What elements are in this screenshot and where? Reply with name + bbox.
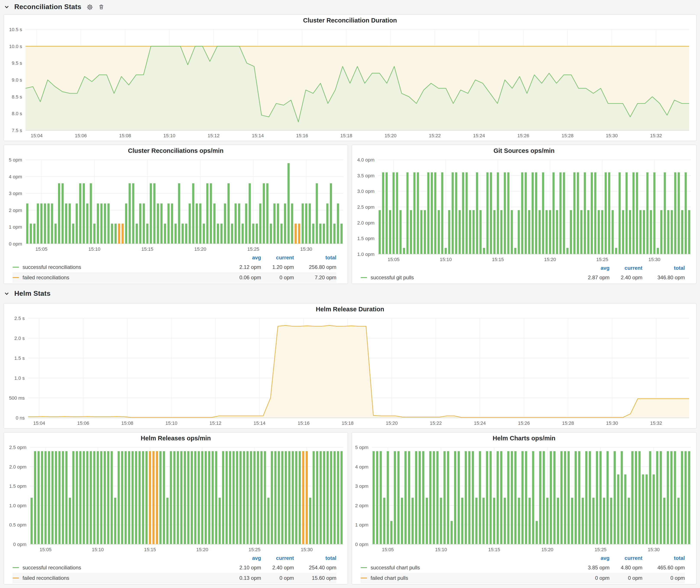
legend-series-label[interactable]: successful chart pulls <box>371 565 420 571</box>
svg-text:15:04: 15:04 <box>33 420 45 426</box>
svg-text:15:16: 15:16 <box>298 420 310 426</box>
svg-text:2 opm: 2 opm <box>9 208 22 213</box>
legend-header-total[interactable]: total <box>294 555 336 561</box>
svg-text:1.5 opm: 1.5 opm <box>357 236 375 241</box>
panel-title[interactable]: Helm Charts ops/min <box>352 433 696 444</box>
svg-text:15:28: 15:28 <box>561 133 573 138</box>
legend-series-label[interactable]: failed chart pulls <box>371 575 408 581</box>
legend-header-total[interactable]: total <box>294 255 336 261</box>
legend-avg-value: 2.87 opm <box>570 275 610 281</box>
panel-helm-charts: Helm Charts ops/min 5 opm4 opm3 opm2 opm… <box>352 432 697 585</box>
legend-header-current[interactable]: current <box>610 265 642 271</box>
chart-canvas[interactable]: 10.5 s10.0 s9.5 s9.0 s8.5 s8.0 s7.5 s15:… <box>4 26 696 140</box>
chart-canvas[interactable]: 2.5 s2.0 s1.5 s1.0 s500 ms0 ns15:0415:06… <box>4 315 696 427</box>
svg-text:15:10: 15:10 <box>440 257 452 262</box>
section-header-reconciliation-stats[interactable]: Reconciliation Stats <box>4 1 104 13</box>
svg-text:15:22: 15:22 <box>430 420 442 426</box>
section-title[interactable]: Helm Stats <box>14 290 50 297</box>
legend-series-label[interactable]: failed reconciliations <box>23 575 69 581</box>
svg-text:15:20: 15:20 <box>544 257 556 262</box>
svg-text:0 opm: 0 opm <box>13 542 26 547</box>
chart-canvas[interactable]: 5 opm4 opm3 opm2 opm1 opm0 opm15:0515:10… <box>352 444 696 554</box>
svg-text:4 opm: 4 opm <box>9 174 22 179</box>
chart-canvas[interactable]: 5 opm4 opm3 opm2 opm1 opm0 opm15:0515:10… <box>4 156 348 253</box>
svg-text:15:30: 15:30 <box>606 133 618 138</box>
panel-title[interactable]: Cluster Reconciliations ops/min <box>4 145 348 156</box>
svg-text:15:20: 15:20 <box>196 547 208 552</box>
chart-helm-releases[interactable]: 2.5 opm2.0 opm1.5 opm1.0 opm0.5 opm0 opm… <box>4 444 348 554</box>
svg-text:15:14: 15:14 <box>253 420 265 426</box>
svg-text:3 opm: 3 opm <box>355 483 368 489</box>
legend-header-avg[interactable]: avg <box>570 555 610 561</box>
svg-text:15:10: 15:10 <box>165 420 177 426</box>
svg-text:2.0 opm: 2.0 opm <box>9 464 27 470</box>
svg-text:15:16: 15:16 <box>296 133 308 138</box>
legend-current-value: 0 opm <box>610 575 642 581</box>
legend-header-avg[interactable]: avg <box>570 265 610 271</box>
legend-header-avg[interactable]: avg <box>221 255 261 261</box>
legend: avg current total successful git pulls 2… <box>352 264 696 283</box>
legend-avg-value: 3.85 opm <box>570 565 610 571</box>
chart-cluster-reconciliation-duration[interactable]: 10.5 s10.0 s9.5 s9.0 s8.5 s8.0 s7.5 s15:… <box>4 26 696 140</box>
svg-text:15:26: 15:26 <box>518 420 530 426</box>
svg-text:15:12: 15:12 <box>210 420 221 426</box>
chevron-down-icon[interactable] <box>4 5 9 9</box>
legend-header: avg current total <box>361 264 685 272</box>
legend-header-total[interactable]: total <box>642 265 685 271</box>
series-color-dash <box>361 277 367 278</box>
panel-title[interactable]: Cluster Reconciliation Duration <box>4 15 696 26</box>
section-title[interactable]: Reconciliation Stats <box>14 3 81 11</box>
svg-text:15:30: 15:30 <box>301 547 313 552</box>
panel-title[interactable]: Helm Release Duration <box>4 304 696 315</box>
legend-series-label[interactable]: successful git pulls <box>371 275 414 281</box>
gear-icon[interactable] <box>87 4 93 10</box>
chart-canvas[interactable]: 2.5 opm2.0 opm1.5 opm1.0 opm0.5 opm0 opm… <box>4 444 348 554</box>
legend-total-value: 465.60 opm <box>642 565 685 571</box>
legend-header-current[interactable]: current <box>261 555 294 561</box>
svg-text:15:10: 15:10 <box>435 547 447 552</box>
legend-row: successful reconciliations 2.12 opm 1.20… <box>13 262 336 272</box>
svg-text:10.0 s: 10.0 s <box>9 44 22 49</box>
legend-header-avg[interactable]: avg <box>221 555 261 561</box>
chart-helm-charts[interactable]: 5 opm4 opm3 opm2 opm1 opm0 opm15:0515:10… <box>352 444 696 554</box>
svg-text:0.5 opm: 0.5 opm <box>9 522 27 528</box>
legend-total-value: 254.40 opm <box>294 565 336 571</box>
legend-header-total[interactable]: total <box>642 555 685 561</box>
svg-text:15:20: 15:20 <box>541 547 553 552</box>
panel-helm-release-duration: Helm Release Duration 2.5 s2.0 s1.5 s1.0… <box>3 303 697 429</box>
svg-text:15:04: 15:04 <box>31 133 43 138</box>
chart-cluster-reconciliations[interactable]: 5 opm4 opm3 opm2 opm1 opm0 opm15:0515:10… <box>4 156 348 253</box>
svg-text:0 opm: 0 opm <box>355 542 368 547</box>
legend-avg-value: 2.10 opm <box>221 565 261 571</box>
svg-text:0 opm: 0 opm <box>9 241 22 247</box>
svg-text:15:15: 15:15 <box>144 547 156 552</box>
svg-text:15:10: 15:10 <box>89 246 100 252</box>
legend-total-value: 0 opm <box>642 575 685 581</box>
svg-text:3 opm: 3 opm <box>9 191 22 196</box>
legend-series-label[interactable]: failed reconciliations <box>23 275 69 281</box>
legend-series-label[interactable]: successful reconciliations <box>23 565 81 571</box>
chart-canvas[interactable]: 4.0 opm3.5 opm3.0 opm2.5 opm2.0 opm1.5 o… <box>352 156 696 264</box>
legend-current-value: 0 opm <box>261 575 294 581</box>
svg-text:9.0 s: 9.0 s <box>12 77 22 83</box>
svg-text:15:30: 15:30 <box>648 257 660 262</box>
legend-series-label[interactable]: successful reconciliations <box>23 264 81 270</box>
series-color-dash <box>13 578 19 578</box>
panel-helm-releases: Helm Releases ops/min 2.5 opm2.0 opm1.5 … <box>3 432 348 585</box>
svg-text:15:14: 15:14 <box>252 133 264 138</box>
chevron-down-icon[interactable] <box>4 291 9 296</box>
legend: avg current total successful reconciliat… <box>4 554 348 583</box>
svg-text:15:06: 15:06 <box>77 420 89 426</box>
legend-header-current[interactable]: current <box>261 255 294 261</box>
legend-header-current[interactable]: current <box>610 555 642 561</box>
svg-text:15:24: 15:24 <box>473 133 485 138</box>
trash-icon[interactable] <box>98 4 104 10</box>
panel-title[interactable]: Git Sources ops/min <box>352 145 696 156</box>
panel-title[interactable]: Helm Releases ops/min <box>4 433 348 444</box>
section-header-helm-stats[interactable]: Helm Stats <box>4 288 50 300</box>
chart-helm-release-duration[interactable]: 2.5 s2.0 s1.5 s1.0 s500 ms0 ns15:0415:06… <box>4 315 696 427</box>
series-color-dash <box>361 578 367 578</box>
chart-git-sources[interactable]: 4.0 opm3.5 opm3.0 opm2.5 opm2.0 opm1.5 o… <box>352 156 696 264</box>
legend-total-value: 15.60 opm <box>294 575 336 581</box>
svg-text:15:08: 15:08 <box>121 420 133 426</box>
